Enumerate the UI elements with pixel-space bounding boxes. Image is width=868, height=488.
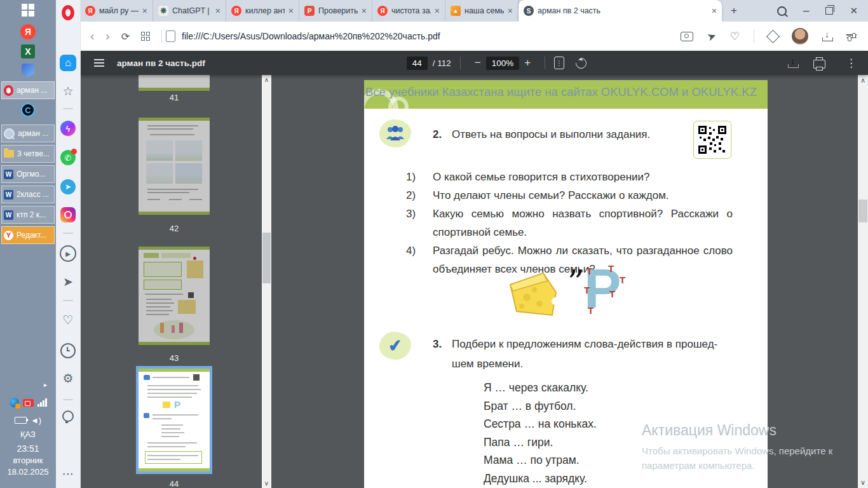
extensions-cube-icon[interactable]	[766, 29, 780, 43]
messenger-icon: ϟ	[60, 121, 76, 136]
sentence: Папа … гири.	[484, 433, 597, 452]
sidebar-favorites[interactable]: ♡	[56, 313, 80, 327]
speed-dial-button[interactable]	[141, 32, 150, 41]
thumb-decor	[153, 414, 198, 416]
sidebar-more[interactable]: ⋯	[56, 466, 80, 481]
sidebar-bookmarks[interactable]: ☆	[56, 84, 80, 98]
sidebar-flow[interactable]: ➤	[56, 274, 80, 289]
tab-close-icon[interactable]: ×	[435, 6, 440, 16]
scroll-down-icon[interactable]: ∨	[858, 478, 868, 487]
sidebar-instagram[interactable]	[56, 207, 80, 222]
tab-search-icon[interactable]	[777, 6, 787, 16]
scrollbar-thumb[interactable]	[262, 233, 271, 283]
back-button[interactable]: ‹	[90, 29, 94, 43]
fit-page-button[interactable]: ⋮	[554, 57, 564, 69]
sidebar-settings[interactable]: ⚙	[56, 371, 80, 386]
heart-icon: ♡	[62, 313, 73, 327]
snapshot-camera-icon[interactable]	[681, 32, 693, 41]
taskbar-item-word-1[interactable]: W Оргмо...	[1, 165, 55, 183]
thumbnail-page-42[interactable]	[139, 118, 210, 215]
tab-chistota[interactable]: Я чистота залог зд ×	[372, 0, 445, 22]
zoom-out-button[interactable]: −	[475, 57, 481, 69]
share-icon[interactable]: ➤	[705, 29, 718, 44]
tune-settings-icon[interactable]	[846, 34, 857, 38]
thumbnail-scrollbar[interactable]: ∧ ∨	[262, 75, 271, 488]
taskbar-item-word-2[interactable]: W 2класс ...	[1, 186, 55, 203]
language-indicator[interactable]: ҚАЗ	[0, 430, 56, 439]
restore-button[interactable]	[825, 7, 833, 15]
taskbar-item-word-3[interactable]: W ктп 2 к...	[1, 206, 55, 224]
scroll-up-icon[interactable]: ∧	[858, 76, 868, 85]
taskbar-item-opera-arman[interactable]: арман ...	[1, 81, 55, 99]
page-number-input[interactable]: 44	[407, 57, 428, 70]
profile-avatar[interactable]	[792, 28, 808, 44]
tab-close-icon[interactable]: ×	[712, 6, 717, 16]
opera-menu-button[interactable]	[56, 5, 80, 20]
pdf-menu-button[interactable]	[94, 59, 104, 67]
tab-killer[interactable]: Я киллер антипла ×	[226, 0, 299, 22]
tab-close-icon[interactable]: ×	[215, 6, 220, 16]
taskbar-item-folder[interactable]: 3 четве...	[1, 145, 55, 163]
tab-family[interactable]: ▲ наша семья люб ×	[445, 0, 519, 22]
sidebar-telegram[interactable]: ➤	[56, 179, 80, 194]
divider	[754, 30, 754, 43]
close-button[interactable]: ✕	[850, 5, 858, 17]
main-scrollbar[interactable]: ∧ ∨	[858, 75, 868, 488]
show-hidden-icons-button[interactable]: ▸	[0, 381, 56, 388]
tab-check-text[interactable]: Р Проверить текст ×	[299, 0, 372, 22]
network-signal-icon[interactable]	[37, 398, 47, 407]
tab-close-icon[interactable]: ×	[142, 6, 147, 16]
divider	[460, 57, 461, 69]
forward-button[interactable]: ›	[105, 29, 109, 43]
address-bar[interactable]: file:///C:/Users/Asus/Downloads/арман%20…	[182, 31, 440, 41]
rotate-button[interactable]	[574, 55, 589, 71]
sidebar-whatsapp[interactable]: ✆	[56, 150, 80, 165]
sidebar-player[interactable]: ▶	[56, 245, 80, 262]
tab-close-icon[interactable]: ×	[508, 6, 513, 16]
yandex-icon: Я	[20, 24, 36, 39]
start-button[interactable]	[0, 4, 56, 17]
sidebar-home-app[interactable]: ⌂	[56, 55, 80, 71]
taskbar-item-search-arman[interactable]: арман ...	[1, 125, 55, 142]
scroll-up-icon[interactable]: ∧	[262, 76, 271, 83]
clock-time[interactable]: 23:51	[0, 444, 56, 454]
pdf-more-button[interactable]: ⋮	[846, 57, 857, 70]
thumbnail-label-41: 41	[139, 93, 210, 102]
taskbar-c-app-button[interactable]: C	[0, 103, 56, 117]
tab-chatgpt[interactable]: ❋ ChatGPT | ChatG ×	[153, 0, 226, 22]
new-tab-button[interactable]: +	[722, 0, 746, 22]
battery-icon[interactable]	[15, 417, 27, 424]
tray-camera-icon[interactable]	[23, 399, 34, 407]
tab-close-icon[interactable]: ×	[288, 6, 294, 16]
tray-app-icon[interactable]	[10, 398, 19, 407]
zoom-level[interactable]: 100%	[486, 57, 520, 70]
pdf-download-button[interactable]	[788, 58, 798, 68]
question-item: 3) Какую семью можно назвать спортивной?…	[406, 205, 733, 241]
tab-pdf-active[interactable]: S арман пв 2 часть ×	[519, 0, 722, 22]
sidebar-history[interactable]	[56, 343, 80, 358]
thumb-decor	[144, 253, 159, 258]
taskbar-excel-button[interactable]: X	[0, 44, 56, 58]
question-number: 4)	[406, 241, 433, 278]
thumbnail-page-44-selected[interactable]: P	[139, 369, 210, 471]
thumbnail-page-41[interactable]	[139, 75, 210, 91]
taskbar-item-editor[interactable]: Y Редакт...	[1, 226, 55, 244]
taskbar-antivirus-button[interactable]	[0, 64, 56, 78]
zoom-in-button[interactable]: +	[524, 57, 531, 69]
downloads-icon[interactable]	[822, 31, 832, 41]
minimize-button[interactable]: –	[803, 4, 809, 17]
taskbar-yandex-button[interactable]: Я	[0, 24, 56, 39]
sidebar-messenger[interactable]: ϟ	[56, 121, 80, 136]
tab-mail[interactable]: Я майл ру — Янде ×	[80, 0, 153, 22]
thumbnail-page-43[interactable]	[139, 247, 210, 345]
volume-icon[interactable]: ◄)	[31, 416, 41, 425]
scroll-down-icon[interactable]: ∨	[262, 480, 271, 487]
print-button[interactable]	[813, 60, 825, 69]
scrollbar-thumb[interactable]	[858, 200, 867, 222]
heart-icon[interactable]: ♡	[730, 30, 740, 43]
sidebar-easy-setup[interactable]	[56, 410, 80, 422]
thumb-decor	[150, 134, 194, 135]
tab-label: киллер антипла	[245, 6, 285, 15]
tab-close-icon[interactable]: ×	[362, 6, 367, 16]
reload-button[interactable]: ⟳	[121, 30, 130, 43]
